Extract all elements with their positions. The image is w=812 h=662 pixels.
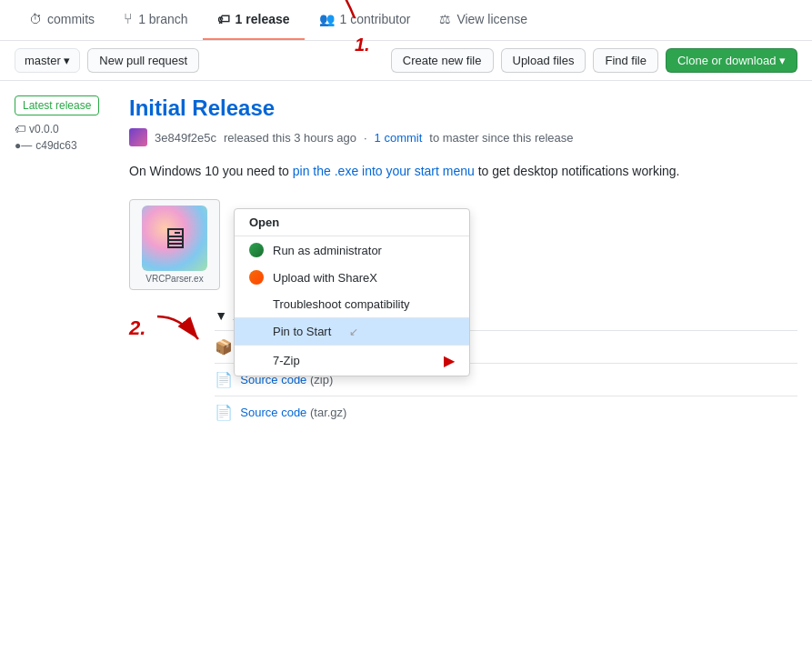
toolbar: master ▾ New pull request Create new fil… [0, 41, 812, 81]
tag-small-icon: 🏷 [15, 123, 25, 135]
file-label: VRCParser.ex [145, 274, 203, 284]
highlight-pin: pin the .exe into your start menu [293, 164, 475, 178]
step-2-label: 2. [129, 316, 145, 340]
context-run-admin[interactable]: Run as administrator [235, 236, 469, 264]
clone-download-button[interactable]: Clone or download ▾ [666, 48, 797, 73]
sharex-icon [249, 270, 264, 285]
release-meta-text: released this 3 hours ago [224, 131, 356, 145]
file-preview-area: 🖥 VRCParser.ex Open Run as administrator [129, 199, 797, 290]
7zip-label: 7-Zip [273, 354, 300, 367]
file-icon-1: 📄 [215, 371, 233, 388]
triangle-icon: ▼ [215, 308, 227, 323]
new-pull-request-button[interactable]: New pull request [87, 48, 199, 73]
toolbar-left: master ▾ New pull request [15, 48, 384, 73]
file-icon-container[interactable]: 🖥 VRCParser.ex [129, 199, 220, 290]
avatar-hash: 3e849f2e5c [155, 131, 216, 145]
nav-branch[interactable]: ⑂ 1 branch [109, 0, 202, 40]
submenu-arrow-icon: ▶ [444, 352, 455, 369]
troubleshoot-label: Troubleshoot compatibility [273, 297, 410, 311]
branch-icon: ⑂ [124, 11, 133, 27]
nav-license[interactable]: ⚖ View license [425, 0, 542, 40]
toolbar-right: Create new file Upload files Find file C… [391, 48, 797, 73]
annotation-arrow-2 [153, 312, 207, 348]
asset-source-tar: 📄 Source code (tar.gz) [215, 396, 797, 428]
separator: · [364, 131, 367, 145]
upload-files-button[interactable]: Upload files [501, 48, 586, 73]
create-new-file-button[interactable]: Create new file [391, 48, 494, 73]
tag-icon: 🏷 [217, 12, 230, 26]
context-open[interactable]: Open [235, 209, 469, 236]
latest-release-badge: Latest release [15, 95, 99, 115]
file-icon-2: 📄 [215, 404, 233, 421]
content-area: Latest release 🏷 v0.0.0 ●— c49dc63 Initi… [0, 81, 812, 450]
cursor-indicator: ↙ [349, 326, 358, 338]
context-troubleshoot[interactable]: Troubleshoot compatibility [235, 291, 469, 317]
main-content: Initial Release 3e849f2e5c released this… [129, 95, 797, 436]
commit-icon: ●— [15, 139, 32, 152]
pin-start-label: Pin to Start [273, 325, 331, 338]
find-file-button[interactable]: Find file [593, 48, 658, 73]
commit-suffix: to master since this release [429, 131, 573, 145]
context-sharex[interactable]: Upload with ShareX [235, 264, 469, 291]
context-7zip[interactable]: 7-Zip ▶ [235, 346, 469, 376]
context-menu: Open Run as administrator Upload with Sh… [234, 208, 470, 376]
scale-icon: ⚖ [439, 12, 451, 26]
open-label: Open [249, 216, 279, 229]
release-meta: 3e849f2e5c released this 3 hours ago · 1… [129, 128, 797, 146]
release-description: On Windows 10 you need to pin the .exe i… [129, 161, 797, 181]
branch-selector[interactable]: master ▾ [15, 48, 80, 73]
sharex-label: Upload with ShareX [273, 271, 377, 285]
step-1-label: 1. [355, 35, 370, 55]
zip-icon: 📦 [215, 338, 233, 356]
sidebar-tag: 🏷 v0.0.0 [15, 123, 115, 135]
run-admin-label: Run as administrator [273, 244, 382, 257]
avatar [129, 128, 147, 146]
context-pin-start[interactable]: Pin to Start ↙ [235, 318, 469, 345]
nav-commits[interactable]: ⏱ commits [15, 0, 109, 40]
source-tar-link[interactable]: Source code (tar.gz) [240, 406, 346, 419]
source-tar-suffix: (tar.gz) [310, 406, 346, 419]
sidebar-commit: ●— c49dc63 [15, 139, 115, 152]
release-title: Initial Release [129, 95, 797, 121]
nav-release[interactable]: 🏷 1 release [203, 0, 305, 40]
shield-icon [249, 243, 264, 257]
commit-link[interactable]: 1 commit [375, 131, 423, 145]
clock-icon: ⏱ [29, 12, 42, 26]
top-nav: ⏱ commits ⑂ 1 branch 🏷 1 release 👥 1 con… [0, 0, 812, 41]
sidebar: Latest release 🏷 v0.0.0 ●— c49dc63 [15, 95, 115, 436]
people-icon: 👥 [319, 12, 335, 26]
